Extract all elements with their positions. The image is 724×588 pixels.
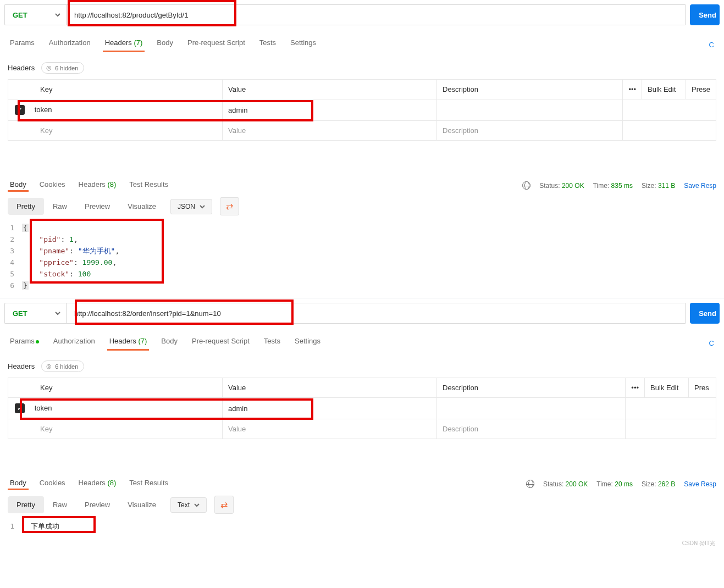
header-value[interactable]: admin — [223, 398, 437, 419]
format-select[interactable]: Text — [170, 497, 207, 513]
url-input[interactable] — [66, 4, 686, 25]
http-method-select[interactable]: GET — [4, 4, 66, 25]
table-header-row: Key Value Description ••• Bulk Edit Pres… — [8, 80, 716, 99]
hidden-headers-toggle[interactable]: ◎ 6 hidden — [41, 360, 84, 372]
view-pretty[interactable]: Pretty — [8, 496, 44, 513]
tab-response-body[interactable]: Body — [8, 475, 29, 492]
col-description: Description — [437, 378, 626, 398]
headers-count: (7) — [134, 38, 142, 47]
request-tabs: Params Authorization Headers (7) Body Pr… — [4, 334, 720, 353]
col-value: Value — [223, 80, 437, 99]
table-row[interactable]: ✓ token admin — [8, 99, 716, 121]
http-method-select[interactable]: GET — [4, 303, 66, 324]
tab-response-cookies[interactable]: Cookies — [37, 177, 68, 194]
view-raw[interactable]: Raw — [44, 496, 76, 513]
headers-title: Headers — [8, 64, 35, 72]
tab-prerequest[interactable]: Pre-request Script — [185, 35, 247, 54]
size-block[interactable]: Size: 262 B — [642, 480, 675, 488]
response-toolbar: Pretty Raw Preview Visualize Text ⇄ — [4, 492, 720, 518]
eye-icon: ◎ — [46, 363, 52, 370]
response-body[interactable]: 1{ 2 "pid": 1, 3 "pname": "华为手机", 4 "ppr… — [8, 220, 716, 293]
tab-headers[interactable]: Headers (7) — [103, 35, 145, 54]
send-button[interactable]: Send — [690, 4, 720, 25]
tab-tests[interactable]: Tests — [257, 35, 278, 54]
response-tabs: Body Cookies Headers (8) Test Results St… — [4, 173, 720, 194]
table-row[interactable]: ✓ token admin — [8, 398, 716, 419]
tab-response-cookies[interactable]: Cookies — [37, 475, 68, 492]
tab-headers[interactable]: Headers (7) — [107, 334, 150, 353]
save-response-button[interactable]: Save Resp — [684, 480, 716, 488]
params-modified-dot — [36, 340, 39, 343]
response-body[interactable]: 1 下单成功 — [8, 518, 716, 534]
row-checkbox[interactable]: ✓ — [15, 105, 25, 115]
view-preview[interactable]: Preview — [76, 496, 119, 513]
request-panel-2: GET Send Params Authorization Headers (7… — [0, 298, 724, 551]
headers-count: (7) — [138, 337, 147, 345]
tab-params[interactable]: Params — [8, 334, 41, 353]
table-row-empty[interactable]: Key Value Description — [8, 419, 716, 439]
header-key[interactable]: token — [35, 106, 52, 114]
tab-body[interactable]: Body — [154, 35, 175, 54]
view-preview[interactable]: Preview — [76, 198, 119, 215]
status-block[interactable]: Status: 200 OK — [539, 182, 584, 190]
bulk-edit-link[interactable]: Bulk Edit — [642, 80, 686, 99]
view-raw[interactable]: Raw — [44, 198, 76, 215]
url-input[interactable] — [66, 303, 686, 324]
size-block[interactable]: Size: 311 B — [642, 182, 675, 190]
view-visualize[interactable]: Visualize — [119, 198, 165, 215]
headers-title: Headers — [8, 362, 35, 370]
cookies-link[interactable]: C — [709, 41, 716, 49]
time-block[interactable]: Time: 835 ms — [593, 182, 633, 190]
desc-placeholder[interactable]: Description — [437, 419, 626, 439]
time-block[interactable]: Time: 20 ms — [596, 480, 633, 488]
headers-section-head: Headers ◎ 6 hidden — [4, 54, 720, 79]
tab-tests[interactable]: Tests — [262, 334, 283, 353]
chevron-down-icon — [55, 309, 60, 318]
cookies-link[interactable]: C — [709, 339, 716, 347]
wrap-lines-icon[interactable]: ⇄ — [214, 496, 234, 514]
col-options[interactable]: ••• — [623, 80, 642, 99]
tab-response-headers[interactable]: Headers (8) — [76, 177, 119, 194]
header-description[interactable] — [437, 398, 626, 419]
row-checkbox[interactable]: ✓ — [15, 403, 25, 413]
send-button[interactable]: Send — [690, 303, 720, 324]
tab-response-test-results[interactable]: Test Results — [127, 475, 170, 492]
chevron-down-icon — [194, 502, 200, 508]
wrap-lines-icon[interactable]: ⇄ — [220, 197, 239, 215]
view-pretty[interactable]: Pretty — [8, 198, 44, 215]
status-block[interactable]: Status: 200 OK — [543, 480, 588, 488]
globe-icon[interactable] — [522, 181, 530, 190]
header-key[interactable]: token — [35, 404, 52, 412]
col-options[interactable]: ••• — [626, 378, 645, 398]
tab-body[interactable]: Body — [159, 334, 180, 353]
tab-response-headers[interactable]: Headers (8) — [76, 475, 119, 492]
tab-authorization[interactable]: Authorization — [51, 334, 97, 353]
format-select[interactable]: JSON — [170, 199, 212, 214]
tab-response-body[interactable]: Body — [8, 177, 29, 194]
header-value[interactable]: admin — [223, 99, 437, 121]
request-panel-1: GET Send Params Authorization Headers (7… — [0, 0, 724, 298]
tab-settings[interactable]: Settings — [292, 334, 323, 353]
bulk-edit-link[interactable]: Bulk Edit — [645, 378, 689, 398]
globe-icon[interactable] — [526, 480, 534, 488]
value-placeholder[interactable]: Value — [223, 419, 437, 439]
view-visualize[interactable]: Visualize — [119, 496, 165, 513]
col-key: Key — [8, 80, 223, 99]
key-placeholder[interactable]: Key — [8, 419, 223, 439]
tab-response-test-results[interactable]: Test Results — [127, 177, 170, 194]
key-placeholder[interactable]: Key — [8, 121, 223, 141]
tab-settings[interactable]: Settings — [288, 35, 318, 54]
table-row-empty[interactable]: Key Value Description — [8, 121, 716, 141]
tab-params[interactable]: Params — [8, 35, 37, 54]
col-description: Description — [437, 80, 623, 99]
desc-placeholder[interactable]: Description — [437, 121, 623, 141]
tab-authorization[interactable]: Authorization — [47, 35, 93, 54]
chevron-down-icon — [200, 204, 205, 209]
tab-prerequest[interactable]: Pre-request Script — [190, 334, 252, 353]
presets-link[interactable]: Pres — [689, 378, 716, 398]
save-response-button[interactable]: Save Resp — [684, 182, 716, 190]
value-placeholder[interactable]: Value — [223, 121, 437, 141]
presets-link[interactable]: Prese — [686, 80, 716, 99]
hidden-headers-toggle[interactable]: ◎ 6 hidden — [41, 62, 84, 74]
header-description[interactable] — [437, 99, 623, 121]
